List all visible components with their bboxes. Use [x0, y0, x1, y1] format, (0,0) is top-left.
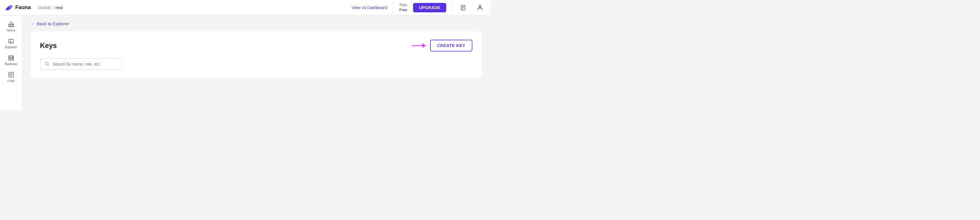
back-arrow-icon: ← [30, 21, 35, 26]
sidebar-item-home-label: Home [7, 29, 15, 32]
plan-value: Free [399, 8, 407, 13]
top-nav: Fauna Global / rest View v4 Dashboard Pl… [0, 0, 490, 15]
logo-text: Fauna [15, 5, 31, 11]
docs-icon [460, 5, 467, 11]
keys-header: Keys CREATE KEY [40, 40, 473, 51]
svg-point-19 [46, 62, 48, 65]
back-to-explorer-label: Back to Explorer [37, 21, 69, 26]
keys-card: Keys CREATE KEY [30, 32, 482, 78]
back-to-explorer-link[interactable]: ← Back to Explorer [30, 21, 69, 26]
backups-icon [8, 55, 14, 61]
nav-divider [393, 2, 393, 14]
search-input[interactable] [52, 62, 117, 67]
v4-dashboard-link[interactable]: View v4 Dashboard [352, 5, 387, 10]
nav-divider-2 [452, 2, 452, 14]
create-key-area: CREATE KEY [412, 40, 473, 51]
svg-rect-10 [8, 59, 14, 61]
breadcrumb: Global / rest [38, 5, 63, 10]
svg-marker-18 [422, 43, 426, 48]
docs-icon-button[interactable] [458, 2, 469, 13]
sidebar: Home Explorer Backups [0, 15, 22, 110]
profile-icon-button[interactable] [475, 2, 485, 13]
svg-point-11 [12, 56, 13, 57]
nav-right: View v4 Dashboard Plan Free UPGRADE [352, 2, 485, 14]
svg-rect-6 [8, 40, 14, 43]
profile-icon [476, 4, 484, 11]
create-key-button[interactable]: CREATE KEY [430, 40, 473, 51]
breadcrumb-global: Global [38, 5, 51, 10]
explorer-icon [8, 38, 14, 45]
search-icon [45, 62, 49, 67]
svg-point-12 [12, 58, 13, 59]
plan-info: Plan Free [399, 3, 407, 13]
search-box [40, 59, 122, 70]
upgrade-button[interactable]: UPGRADE [413, 3, 446, 12]
keys-title: Keys [40, 41, 57, 50]
logo[interactable]: Fauna [5, 5, 31, 11]
svg-line-20 [48, 65, 49, 66]
sidebar-item-logs[interactable]: Logs [1, 69, 21, 85]
arrow-right-icon [412, 41, 426, 50]
create-key-arrow-indicator [412, 41, 426, 50]
breadcrumb-current: rest [56, 5, 63, 10]
sidebar-item-explorer[interactable]: Explorer [1, 36, 21, 51]
logs-icon [8, 72, 14, 78]
svg-rect-5 [8, 24, 14, 27]
sidebar-item-logs-label: Logs [8, 79, 15, 82]
plan-label: Plan [399, 3, 407, 8]
home-icon [8, 21, 14, 28]
sidebar-item-home[interactable]: Home [1, 19, 21, 34]
main-layout: Home Explorer Backups [0, 15, 490, 110]
svg-point-4 [479, 5, 481, 8]
content-area: ← Back to Explorer Keys CREATE KEY [22, 15, 490, 110]
sidebar-item-backups-label: Backups [5, 62, 17, 65]
sidebar-item-backups[interactable]: Backups [1, 53, 21, 68]
fauna-bird-icon [5, 5, 13, 11]
breadcrumb-separator: / [52, 5, 54, 10]
sidebar-item-explorer-label: Explorer [5, 45, 17, 49]
